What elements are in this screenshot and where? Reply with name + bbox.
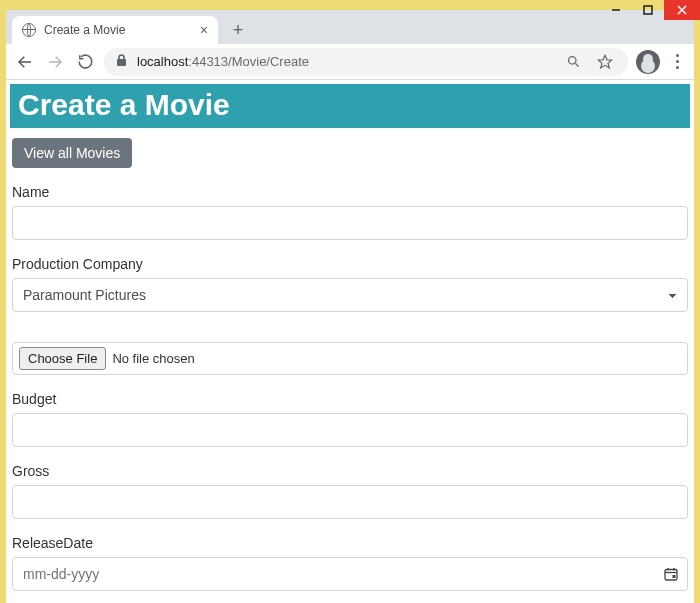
release-date-input[interactable] — [12, 557, 688, 591]
window-maximize-button[interactable] — [632, 0, 664, 20]
window-minimize-button[interactable] — [600, 0, 632, 20]
release-date-label: ReleaseDate — [12, 535, 688, 551]
file-input-wrapper[interactable]: Choose File No file chosen — [12, 342, 688, 375]
menu-button[interactable] — [668, 54, 686, 69]
svg-rect-6 — [117, 59, 126, 66]
profile-avatar[interactable] — [636, 50, 660, 74]
view-all-movies-button[interactable]: View all Movies — [12, 138, 132, 168]
address-bar[interactable]: localhost:44313/Movie/Create — [104, 48, 628, 76]
magnify-icon[interactable] — [562, 51, 584, 73]
new-tab-button[interactable]: + — [224, 16, 252, 44]
star-icon[interactable] — [594, 51, 616, 73]
file-status-text: No file chosen — [112, 351, 194, 366]
gross-input[interactable] — [12, 485, 688, 519]
svg-rect-14 — [673, 575, 676, 578]
globe-icon — [22, 23, 36, 37]
svg-marker-9 — [598, 55, 611, 68]
svg-rect-1 — [644, 6, 652, 14]
browser-tab[interactable]: Create a Movie × — [12, 16, 218, 44]
lock-icon — [116, 54, 127, 69]
svg-line-8 — [575, 63, 578, 66]
name-label: Name — [12, 184, 688, 200]
back-button[interactable] — [14, 51, 36, 73]
forward-button[interactable] — [44, 51, 66, 73]
reload-button[interactable] — [74, 51, 96, 73]
production-company-label: Production Company — [12, 256, 688, 272]
budget-input[interactable] — [12, 413, 688, 447]
choose-file-button[interactable]: Choose File — [19, 347, 106, 370]
production-company-select[interactable]: Paramount Pictures — [12, 278, 688, 312]
url-text: localhost:44313/Movie/Create — [137, 54, 309, 69]
budget-label: Budget — [12, 391, 688, 407]
calendar-icon[interactable] — [664, 567, 678, 581]
page-title: Create a Movie — [10, 84, 690, 128]
gross-label: Gross — [12, 463, 688, 479]
name-input[interactable] — [12, 206, 688, 240]
tab-close-icon[interactable]: × — [200, 23, 208, 37]
window-close-button[interactable] — [664, 0, 700, 20]
svg-rect-10 — [665, 570, 677, 581]
tab-title: Create a Movie — [44, 23, 192, 37]
svg-point-7 — [568, 57, 576, 65]
